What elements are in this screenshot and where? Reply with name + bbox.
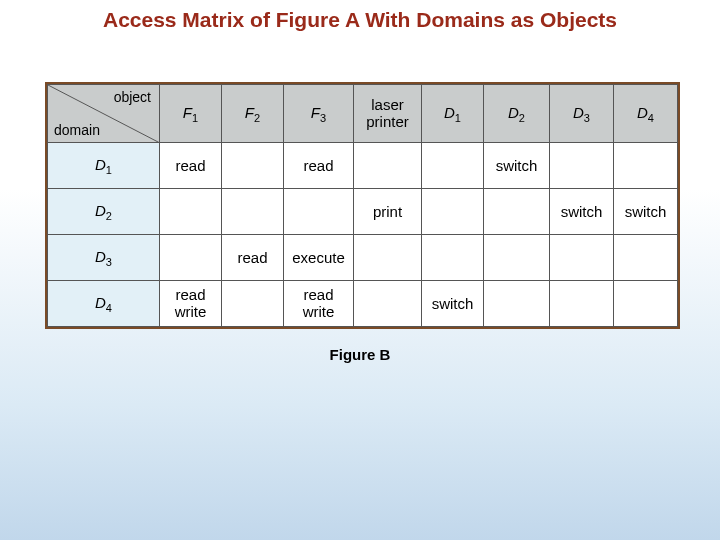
cell: switch — [614, 189, 678, 235]
cell — [284, 189, 354, 235]
row-header-base: D — [95, 248, 106, 265]
access-matrix-table: object domain F1 F2 F3 laser printer — [47, 84, 678, 327]
cell — [354, 281, 422, 327]
cell — [160, 189, 222, 235]
cell — [550, 143, 614, 189]
row-header-d2: D2 — [48, 189, 160, 235]
cell — [614, 281, 678, 327]
row-header-base: D — [95, 202, 106, 219]
col-header-text: printer — [366, 113, 409, 130]
cell: print — [354, 189, 422, 235]
row-header-d4: D4 — [48, 281, 160, 327]
table-row: D1 read read switch — [48, 143, 678, 189]
col-header-sub: 3 — [584, 112, 590, 124]
cell — [422, 189, 484, 235]
slide: Access Matrix of Figure A With Domains a… — [0, 0, 720, 540]
row-header-base: D — [95, 294, 106, 311]
corner-object-label: object — [114, 89, 151, 105]
cell: readwrite — [284, 281, 354, 327]
figure-caption: Figure B — [0, 346, 720, 363]
row-header-d1: D1 — [48, 143, 160, 189]
col-header-text: laser — [371, 96, 404, 113]
col-header-base: D — [444, 104, 455, 121]
cell: read — [284, 143, 354, 189]
row-header-base: D — [95, 156, 106, 173]
cell: read — [222, 235, 284, 281]
col-header-base: F — [311, 104, 320, 121]
col-header-base: F — [245, 104, 254, 121]
col-header-sub: 1 — [455, 112, 461, 124]
cell — [354, 143, 422, 189]
row-header-sub: 4 — [106, 302, 112, 314]
col-header-d4: D4 — [614, 85, 678, 143]
cell — [550, 281, 614, 327]
cell: execute — [284, 235, 354, 281]
col-header-sub: 2 — [254, 112, 260, 124]
table-row: D4 readwrite readwrite switch — [48, 281, 678, 327]
cell — [222, 189, 284, 235]
cell — [550, 235, 614, 281]
cell — [222, 281, 284, 327]
table-row: D2 print switch switch — [48, 189, 678, 235]
col-header-base: D — [637, 104, 648, 121]
cell: switch — [550, 189, 614, 235]
cell — [160, 235, 222, 281]
cell: read — [160, 143, 222, 189]
col-header-printer: laser printer — [354, 85, 422, 143]
col-header-sub: 2 — [519, 112, 525, 124]
cell: switch — [484, 143, 550, 189]
page-title: Access Matrix of Figure A With Domains a… — [0, 8, 720, 32]
col-header-d2: D2 — [484, 85, 550, 143]
col-header-sub: 4 — [648, 112, 654, 124]
col-header-base: D — [508, 104, 519, 121]
cell: readwrite — [160, 281, 222, 327]
cell — [222, 143, 284, 189]
row-header-sub: 3 — [106, 256, 112, 268]
col-header-f3: F3 — [284, 85, 354, 143]
access-matrix: object domain F1 F2 F3 laser printer — [45, 82, 680, 329]
col-header-base: D — [573, 104, 584, 121]
col-header-f2: F2 — [222, 85, 284, 143]
cell — [484, 189, 550, 235]
col-header-base: F — [183, 104, 192, 121]
corner-cell: object domain — [48, 85, 160, 143]
row-header-d3: D3 — [48, 235, 160, 281]
col-header-d3: D3 — [550, 85, 614, 143]
cell — [422, 235, 484, 281]
cell — [484, 281, 550, 327]
col-header-d1: D1 — [422, 85, 484, 143]
col-header-sub: 3 — [320, 112, 326, 124]
col-header-sub: 1 — [192, 112, 198, 124]
col-header-f1: F1 — [160, 85, 222, 143]
row-header-sub: 2 — [106, 210, 112, 222]
cell — [614, 235, 678, 281]
cell: switch — [422, 281, 484, 327]
corner-domain-label: domain — [54, 122, 100, 138]
cell — [354, 235, 422, 281]
table-row: D3 read execute — [48, 235, 678, 281]
cell — [422, 143, 484, 189]
header-row: object domain F1 F2 F3 laser printer — [48, 85, 678, 143]
cell — [484, 235, 550, 281]
cell — [614, 143, 678, 189]
row-header-sub: 1 — [106, 164, 112, 176]
